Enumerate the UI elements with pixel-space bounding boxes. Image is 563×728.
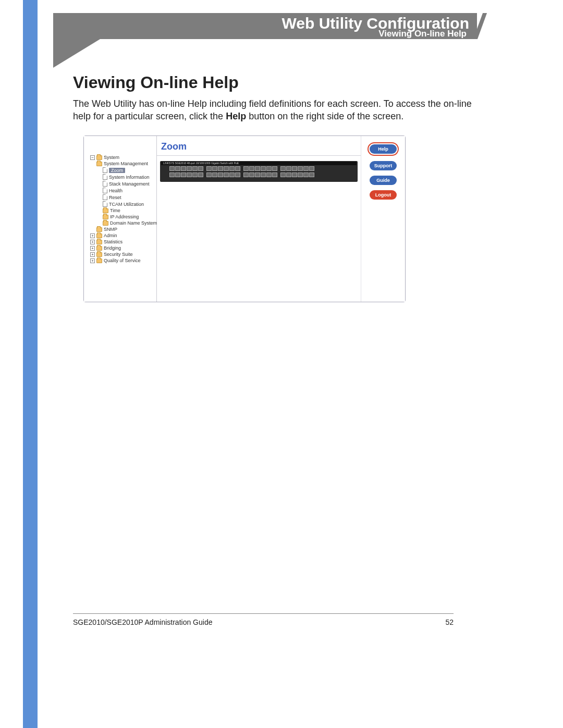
switch-device-graphic: LINKSYS SGE2010 48-port 10/100/1000 Giga… [160, 161, 358, 182]
tree-label: Domain Name System [110, 220, 157, 226]
port-icon [224, 172, 229, 177]
page-footer: SGE2010/SGE2010P Administration Guide 52 [73, 613, 454, 626]
tree-item-time[interactable]: Time [102, 207, 156, 214]
page-icon [103, 201, 107, 207]
port-icon [249, 166, 254, 171]
tree-item-snmp[interactable]: SNMP [95, 226, 156, 232]
port-icon [243, 166, 249, 171]
port-icon [198, 172, 203, 177]
folder-icon [96, 240, 102, 244]
page-icon [103, 167, 107, 173]
port-icon [280, 166, 286, 171]
port-icon [206, 166, 212, 171]
tree-label-selected: Zoom [109, 168, 125, 173]
tree-item-system-information[interactable]: System Information [102, 174, 156, 180]
tree-item-tcam[interactable]: TCAM Utilization [102, 201, 156, 207]
logout-button[interactable]: Logout [370, 190, 397, 200]
tree-label: TCAM Utilization [109, 202, 144, 207]
folder-icon [96, 246, 102, 251]
content-body: Viewing On-line Help The Web Utility has… [73, 73, 472, 123]
guide-button[interactable]: Guide [370, 176, 397, 185]
footer-page-number: 52 [445, 618, 454, 626]
support-button[interactable]: Support [370, 161, 397, 170]
folder-icon [96, 227, 102, 232]
port-icon [187, 172, 192, 177]
tree-item-reset[interactable]: Reset [102, 194, 156, 201]
port-icon [272, 166, 277, 171]
folder-icon [96, 155, 102, 160]
port-icon [218, 172, 223, 177]
port-icon [292, 166, 297, 171]
tree-item-system-management[interactable]: System Management [95, 161, 156, 167]
port-icon [206, 172, 212, 177]
right-button-panel: Help Support Guide Logout [361, 136, 405, 302]
port-icon [229, 172, 235, 177]
tree-label: Time [110, 208, 120, 213]
tree-item-stack-management[interactable]: Stack Management [102, 180, 156, 187]
side-color-bar [23, 0, 38, 728]
port-icon [255, 166, 260, 171]
port-icon [280, 172, 286, 177]
port-icon [309, 172, 314, 177]
port-icon [292, 172, 297, 177]
expand-icon[interactable]: + [90, 252, 95, 257]
port-icon [212, 172, 217, 177]
tree-label: Statistics [104, 239, 123, 244]
tree-item-qos[interactable]: + Quality of Service [89, 257, 156, 264]
page-icon [103, 188, 107, 193]
expand-icon[interactable]: + [90, 246, 95, 251]
folder-icon [96, 162, 102, 166]
port-icon [303, 172, 309, 177]
tree-item-ip-addressing[interactable]: IP Addressing [102, 214, 156, 220]
tree-item-zoom[interactable]: Zoom [102, 167, 156, 174]
page-icon [103, 194, 107, 200]
collapse-icon[interactable]: − [90, 155, 95, 160]
tree-item-statistics[interactable]: + Statistics [89, 239, 156, 245]
tree-label: Admin [104, 233, 117, 238]
expand-icon[interactable]: + [90, 240, 95, 244]
tree-item-security[interactable]: + Security Suite [89, 251, 156, 257]
port-icon [261, 166, 266, 171]
page-icon [103, 181, 107, 187]
embedded-screenshot: − System System Management Zoom System I… [83, 135, 406, 302]
tree-item-admin[interactable]: + Admin [89, 232, 156, 239]
port-icon [286, 166, 291, 171]
port-icon [181, 172, 186, 177]
port-icon [286, 172, 291, 177]
help-button[interactable]: Help [370, 144, 397, 154]
port-icon [261, 172, 266, 177]
port-icon [198, 166, 203, 171]
expand-icon[interactable]: + [90, 258, 95, 263]
tree-item-bridging[interactable]: + Bridging [89, 245, 156, 251]
tree-label: Bridging [104, 245, 121, 251]
port-row-bottom [169, 172, 358, 177]
tree-item-system[interactable]: − System [89, 154, 156, 161]
tree-label: Reset [109, 195, 121, 200]
folder-icon [96, 233, 102, 238]
paragraph-text-post: button on the right side of the screen. [246, 111, 403, 121]
port-icon [187, 166, 192, 171]
tree-label: Health [109, 188, 123, 193]
port-icon [229, 166, 235, 171]
tree-label: Quality of Service [104, 258, 141, 263]
tree-item-health[interactable]: Health [102, 187, 156, 194]
tree-label: System Management [104, 161, 148, 166]
tree-label: System Information [109, 175, 150, 180]
main-panel: Zoom LINKSYS SGE2010 48-port 10/100/1000… [157, 136, 361, 302]
port-icon [169, 166, 175, 171]
chapter-header: Web Utility Configuration Viewing On-lin… [38, 0, 563, 68]
header-accent [53, 39, 100, 68]
port-icon [249, 172, 254, 177]
page: Web Utility Configuration Viewing On-lin… [0, 0, 563, 728]
tree-label: System [104, 155, 119, 160]
expand-icon[interactable]: + [90, 233, 95, 238]
port-icon [255, 172, 260, 177]
port-icon [235, 172, 240, 177]
tree-label: IP Addressing [110, 214, 139, 219]
device-label: LINKSYS SGE2010 48-port 10/100/1000 Giga… [161, 162, 357, 165]
page-icon [103, 174, 107, 180]
footer-guide-name: SGE2010/SGE2010P Administration Guide [73, 618, 212, 626]
tree-item-dns[interactable]: Domain Name System [102, 220, 156, 226]
port-icon [218, 166, 223, 171]
port-icon [192, 166, 198, 171]
